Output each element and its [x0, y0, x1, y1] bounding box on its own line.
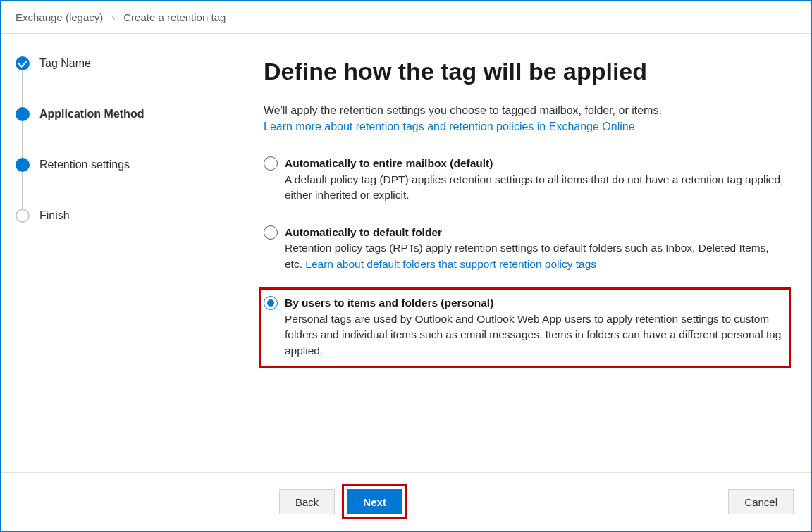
step-indicator-icon — [16, 158, 30, 172]
step-label: Finish — [39, 209, 70, 222]
wizard-footer: Back Next Cancel — [1, 472, 811, 531]
radio-button[interactable] — [264, 296, 278, 310]
wizard-step[interactable]: Retention settings — [16, 158, 223, 209]
learn-more-link[interactable]: Learn more about retention tags and rete… — [264, 120, 635, 132]
wizard-step[interactable]: Application Method — [16, 107, 223, 158]
step-indicator-icon — [16, 209, 30, 223]
radio-button[interactable] — [264, 225, 278, 240]
cancel-button[interactable]: Cancel — [728, 489, 794, 514]
option-title: Automatically to entire mailbox (default… — [285, 156, 785, 171]
step-label: Retention settings — [39, 159, 130, 171]
option-title: Automatically to default folder — [285, 225, 785, 240]
next-button[interactable]: Next — [347, 489, 402, 514]
breadcrumb-parent[interactable]: Exchange (legacy) — [16, 11, 103, 23]
chevron-right-icon: › — [111, 11, 115, 23]
option-learn-more-link[interactable]: Learn about default folders that support… — [305, 258, 596, 270]
step-label: Application Method — [39, 108, 144, 120]
step-label: Tag Name — [39, 57, 91, 70]
step-indicator-icon — [16, 56, 30, 70]
application-method-option[interactable]: Automatically to entire mailbox (default… — [264, 150, 791, 210]
wizard-step[interactable]: Finish — [16, 209, 223, 223]
back-button[interactable]: Back — [279, 489, 335, 514]
step-indicator-icon — [16, 107, 30, 121]
option-description: A default policy tag (DPT) applies reten… — [285, 173, 783, 201]
breadcrumb-current: Create a retention tag — [123, 11, 226, 23]
option-title: By users to items and folders (personal) — [285, 295, 783, 311]
page-title: Define how the tag will be applied — [264, 58, 791, 85]
application-method-option[interactable]: By users to items and folders (personal)… — [259, 287, 791, 368]
intro-text: We'll apply the retention settings you c… — [264, 104, 662, 116]
wizard-steps-sidebar: Tag NameApplication MethodRetention sett… — [1, 34, 238, 472]
application-method-option[interactable]: Automatically to default folderRetention… — [264, 219, 791, 279]
next-button-highlight: Next — [342, 484, 407, 519]
option-description: Personal tags are used by Outlook and Ou… — [285, 313, 781, 357]
main-content: Define how the tag will be applied We'll… — [238, 34, 811, 472]
breadcrumb: Exchange (legacy) › Create a retention t… — [1, 1, 811, 34]
radio-button[interactable] — [264, 156, 278, 171]
wizard-step[interactable]: Tag Name — [16, 56, 223, 107]
